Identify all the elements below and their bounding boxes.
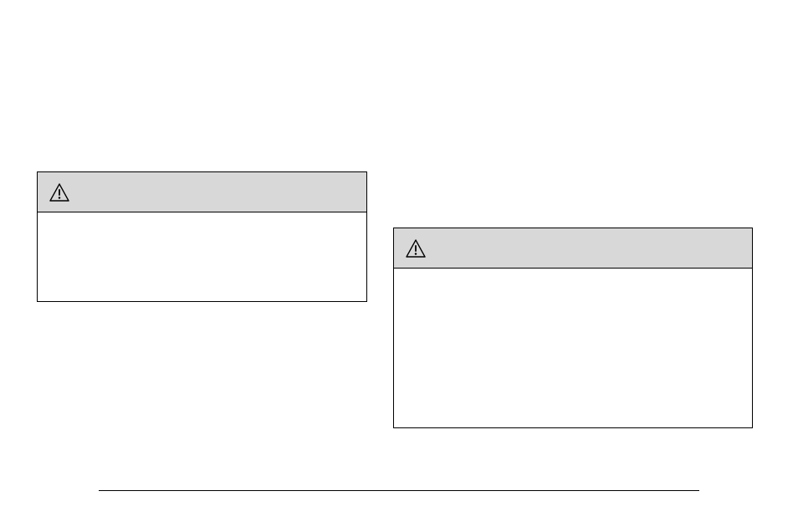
warning-body — [394, 269, 752, 427]
warning-icon — [49, 183, 69, 202]
horizontal-divider — [99, 490, 699, 491]
warning-header — [394, 228, 752, 269]
warning-box-right — [393, 228, 753, 428]
svg-point-2 — [59, 197, 60, 198]
warning-icon — [406, 239, 426, 258]
warning-header — [38, 172, 366, 212]
svg-point-5 — [415, 253, 417, 254]
warning-body — [38, 212, 366, 301]
warning-box-left — [37, 171, 367, 302]
